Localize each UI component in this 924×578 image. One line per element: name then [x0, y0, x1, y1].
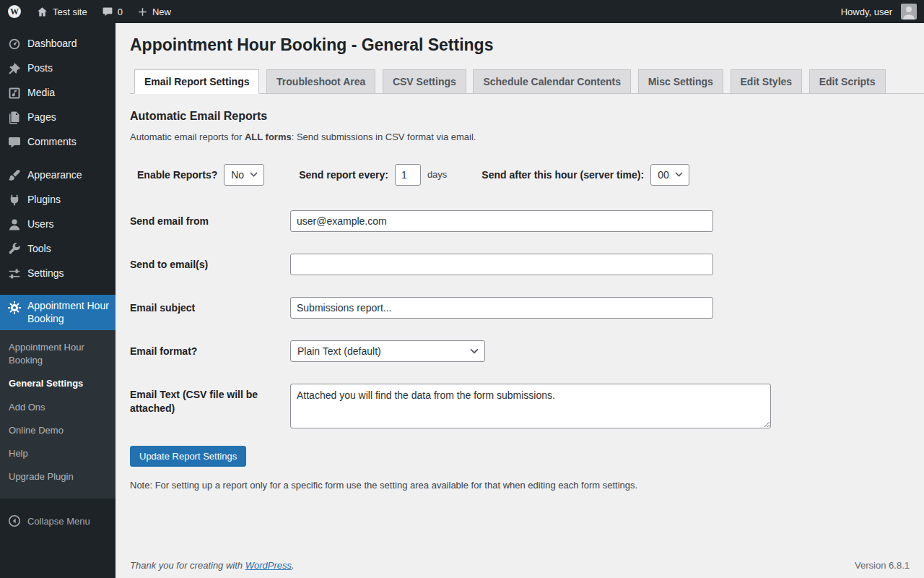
plug-icon — [7, 193, 22, 207]
comments-shortcut[interactable]: 0 — [95, 0, 130, 23]
comment-bubble-icon — [102, 6, 113, 17]
sidebar-item-appearance[interactable]: Appearance — [0, 163, 116, 188]
page-title: Appointment Hour Booking - General Setti… — [130, 33, 910, 59]
email-format-select[interactable]: Plain Text (default) — [290, 340, 485, 362]
tab-troubleshoot-area[interactable]: Troubleshoot Area — [266, 69, 375, 94]
plus-icon — [137, 7, 148, 17]
form-row-send-email-from: Send email from — [130, 210, 910, 232]
enable-reports-label: Enable Reports? — [137, 169, 217, 181]
report-interval-input[interactable] — [395, 164, 421, 186]
submenu-item-add-ons[interactable]: Add Ons — [0, 396, 116, 419]
menu-separator — [0, 286, 116, 295]
wordpress-link[interactable]: WordPress — [245, 560, 292, 571]
report-hour-value: 00 — [658, 169, 669, 181]
section-title: Automatic Email Reports — [130, 110, 910, 123]
form-row-email-text: Email Text (CSV file will be attached) A… — [130, 384, 910, 428]
tab-edit-styles[interactable]: Edit Styles — [731, 69, 803, 94]
email-text-textarea[interactable]: Attached you will find the data from the… — [290, 384, 771, 428]
sidebar-item-pages[interactable]: Pages — [0, 105, 116, 130]
tab-csv-settings[interactable]: CSV Settings — [383, 69, 466, 94]
home-icon — [36, 6, 48, 18]
sidebar-item-plugins[interactable]: Plugins — [0, 188, 116, 212]
admin-bar: W Test site 0 New Howdy, user — [0, 0, 924, 23]
sidebar-item-media[interactable]: Media — [0, 81, 116, 105]
report-hour-select[interactable]: 00 — [650, 164, 689, 186]
sidebar-item-posts[interactable]: Posts — [0, 56, 116, 81]
sidebar-item-label: Users — [27, 218, 54, 231]
sidebar-item-tools[interactable]: Tools — [0, 237, 116, 262]
sidebar-item-label: Posts — [27, 62, 53, 75]
submenu-item-upgrade-plugin[interactable]: Upgrade Plugin — [0, 465, 116, 488]
send-to-emails-label: Send to email(s) — [130, 258, 290, 272]
submenu-item-help[interactable]: Help — [0, 442, 116, 465]
thanks-suffix: . — [292, 560, 295, 571]
gear-icon — [7, 301, 22, 315]
collapse-menu-label: Collapse Menu — [27, 516, 90, 527]
collapse-arrow-icon — [7, 514, 22, 528]
email-format-label: Email format? — [130, 345, 290, 358]
sidebar-item-label: Appearance — [27, 169, 82, 182]
sidebar-item-label: Tools — [27, 243, 51, 256]
collapse-menu-button[interactable]: Collapse Menu — [0, 509, 116, 533]
sidebar-item-label: Pages — [27, 111, 56, 124]
report-note: Note: For setting up a report only for a… — [130, 480, 910, 491]
form-row-email-format: Email format? Plain Text (default) — [130, 340, 910, 362]
send-after-hour-label: Send after this hour (server time): — [481, 169, 644, 181]
update-report-settings-button[interactable]: Update Report Settings — [130, 446, 246, 467]
enable-reports-select[interactable]: No — [224, 164, 264, 186]
new-label: New — [152, 7, 171, 17]
pushpin-icon — [7, 61, 22, 76]
paintbrush-icon — [7, 168, 22, 183]
site-name-link[interactable]: Test site — [29, 0, 95, 23]
sidebar-item-settings[interactable]: Settings — [0, 262, 116, 286]
submenu-item-online-demo[interactable]: Online Demo — [0, 419, 116, 442]
email-subject-label: Email subject — [130, 301, 290, 315]
intro-suffix: : Send submissions in CSV format via ema… — [292, 131, 476, 142]
send-email-from-label: Send email from — [130, 215, 290, 228]
email-format-value: Plain Text (default) — [297, 345, 381, 357]
send-to-emails-input[interactable] — [290, 254, 713, 275]
svg-text:W: W — [10, 7, 19, 17]
tab-schedule-calendar-contents[interactable]: Schedule Calendar Contents — [473, 69, 631, 94]
tab-edit-scripts[interactable]: Edit Scripts — [809, 69, 886, 94]
sidebar-item-label: Plugins — [27, 194, 61, 207]
comments-count: 0 — [118, 7, 123, 17]
send-report-every-label: Send report every: — [299, 169, 388, 181]
wordpress-logo-icon: W — [7, 4, 22, 19]
sidebar-item-users[interactable]: Users — [0, 212, 116, 237]
report-settings-row: Enable Reports? No Send report every: da… — [130, 164, 910, 186]
wrench-icon — [7, 242, 22, 256]
new-content-button[interactable]: New — [130, 0, 178, 23]
submenu-item-general-settings[interactable]: General Settings — [0, 372, 116, 395]
pages-icon — [7, 111, 22, 125]
send-email-from-input[interactable] — [290, 210, 713, 232]
intro-text: Automatic email reports for ALL forms: S… — [130, 131, 910, 142]
days-suffix: days — [427, 169, 447, 180]
sidebar-item-label: Dashboard — [27, 38, 77, 51]
my-account[interactable]: Howdy, user — [834, 0, 924, 23]
version-label: Version 6.8.1 — [855, 560, 910, 571]
chevron-down-icon — [675, 172, 683, 177]
enable-reports-value: No — [231, 169, 244, 181]
tab-email-report-settings[interactable]: Email Report Settings — [134, 69, 259, 94]
sidebar-item-label: Comments — [27, 136, 77, 149]
sidebar-item-label: Appointment Hour Booking — [27, 300, 110, 325]
sidebar-item-dashboard[interactable]: Dashboard — [0, 32, 116, 56]
wordpress-logo[interactable]: W — [0, 0, 29, 23]
form-row-email-subject: Email subject — [130, 297, 910, 319]
site-name-label: Test site — [53, 7, 87, 17]
sidebar-item-appointment-hour-booking[interactable]: Appointment Hour Booking — [0, 295, 116, 330]
sidebar-item-label: Media — [27, 87, 55, 100]
admin-menu: Dashboard Posts Media Pages Comments — [0, 23, 116, 578]
appointment-submenu: Appointment Hour Booking General Setting… — [0, 330, 116, 499]
email-subject-input[interactable] — [290, 297, 713, 319]
submenu-item-appointment-hour-booking[interactable]: Appointment Hour Booking — [0, 336, 116, 372]
intro-bold: ALL forms — [245, 131, 292, 142]
email-text-label: Email Text (CSV file will be attached) — [130, 388, 290, 415]
menu-separator — [0, 155, 116, 163]
main-content: Appointment Hour Booking - General Setti… — [116, 23, 924, 578]
tab-misc-settings[interactable]: Misc Settings — [638, 69, 723, 94]
user-icon — [7, 217, 22, 232]
footer-thanks: Thank you for creating with WordPress. — [130, 560, 295, 571]
sidebar-item-comments[interactable]: Comments — [0, 130, 116, 155]
